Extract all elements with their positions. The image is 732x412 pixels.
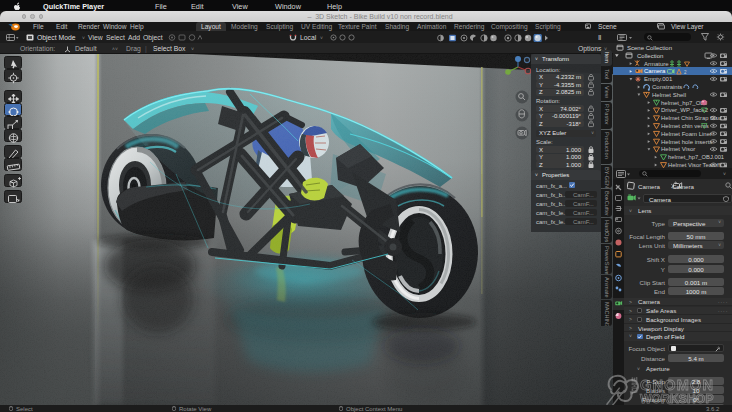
- svg-text:THE: THE: [630, 377, 639, 394]
- svg-text:WORKSHOP: WORKSHOP: [640, 392, 714, 406]
- svg-text:2: 2: [684, 70, 687, 75]
